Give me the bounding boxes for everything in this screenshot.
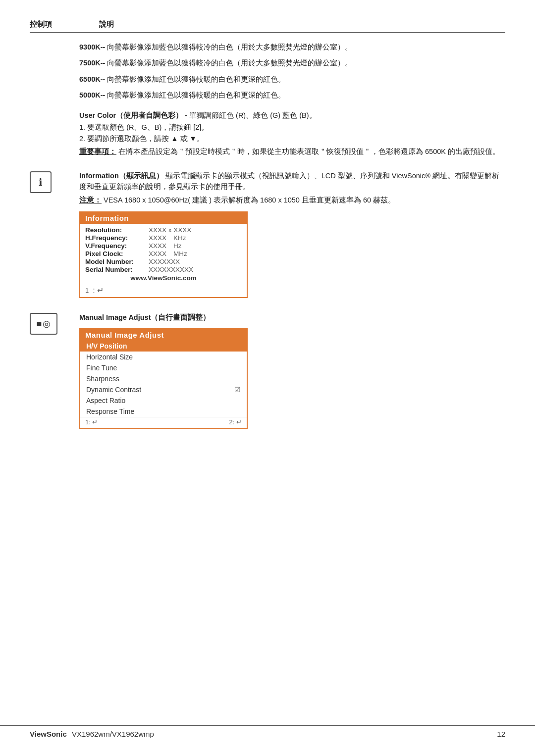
mia-box-footer: 1: ↵ 2: ↵ — [80, 417, 247, 428]
mia-label-finetune: Fine Tune — [86, 364, 117, 372]
label-7500k: 7500K-- — [79, 59, 105, 67]
info-footer-num: 1 — [85, 287, 89, 294]
mia-row-hsize[interactable]: Horizontal Size — [80, 352, 247, 362]
entry-9300k: 9300K-- 向螢幕影像添加藍色以獲得較冷的白色（用於大多數照焚光燈的辦公室）… — [30, 42, 505, 52]
mia-icon: ■ ◎ — [30, 313, 57, 335]
info-box-table: Resolution: XXXX x XXXX H.Frequency: XXX… — [80, 224, 247, 285]
info-box-footer: 1 : ↵ — [80, 285, 247, 297]
mia-box: Manual Image Adjust H/V Position Horizon… — [79, 328, 248, 429]
entry-5000k: 5000K-- 向螢幕影像添加紅色以獲得較暖的白色和更深的紅色。 — [30, 90, 505, 101]
mia-label-responsetime: Response Time — [86, 407, 134, 415]
mia-label-aspectratio: Aspect Ratio — [86, 397, 125, 404]
header-controls: 控制項 — [30, 20, 69, 29]
entry-6500k: 6500K-- 向螢幕影像添加紅色以獲得較暖的白色和更深的紅色。 — [30, 74, 505, 85]
info-title: Information（顯示訊息） — [79, 172, 163, 180]
footer-brand: ViewSonic VX1962wm/VX1962wmp — [30, 730, 154, 738]
info-row-model: Model Number: XXXXXXX — [85, 258, 242, 265]
desc-7500k: 向螢幕影像添加藍色以獲得較冷的白色（用於大多數照焚光燈的辦公室）。 — [107, 59, 352, 67]
user-color-text: User Color（使用者自調色彩） - 單獨調節紅色 (R)、綠色 (G) … — [79, 110, 505, 157]
desc-5000k: 向螢幕影像添加紅色以獲得較暖的白色和更深的紅色。 — [107, 91, 285, 99]
mia-title: Manual Image Adjust（自行畫面調整） — [79, 313, 210, 321]
table-header: 控制項 說明 — [30, 20, 505, 33]
label-6500k: 6500K-- — [79, 75, 105, 83]
info-note-label: 注意： — [79, 196, 102, 204]
desc-6500k: 向螢幕影像添加紅色以獲得較暖的白色和更深的紅色。 — [107, 75, 285, 83]
entry-6500k-text: 6500K-- 向螢幕影像添加紅色以獲得較暖的白色和更深的紅色。 — [79, 74, 505, 85]
mia-row-aspectratio[interactable]: Aspect Ratio — [80, 395, 247, 406]
info-row-hfreq: H.Frequency: XXXX KHz — [85, 234, 242, 242]
info-row-vfreq: V.Frequency: XXXX Hz — [85, 242, 242, 250]
entry-user-color: User Color（使用者自調色彩） - 單獨調節紅色 (R)、綠色 (G) … — [30, 110, 505, 157]
info-row-resolution: Resolution: XXXX x XXXX — [85, 226, 242, 234]
page-footer: ViewSonic VX1962wm/VX1962wmp 12 — [0, 725, 535, 738]
footer-brand-name: ViewSonic — [30, 730, 67, 738]
mia-text: Manual Image Adjust（自行畫面調整） Manual Image… — [79, 312, 505, 428]
information-text: Information（顯示訊息） 顯示電腦顯示卡的顯示模式（視訊訊號輸入）、L… — [79, 170, 505, 298]
user-color-step2: 2. 要調節所選取顏色，請按 ▲ 或 ▼。 — [79, 135, 204, 143]
mia-footer-left: 1: ↵ — [85, 418, 98, 426]
desc-9300k: 向螢幕影像添加藍色以獲得較冷的白色（用於大多數照焚光燈的辦公室）。 — [107, 43, 352, 51]
mia-row-finetune[interactable]: Fine Tune — [80, 362, 247, 373]
label-9300k: 9300K-- — [79, 43, 105, 51]
entry-mia: ■ ◎ Manual Image Adjust（自行畫面調整） Manual I… — [30, 312, 505, 428]
mia-label-hsize: Horizontal Size — [86, 353, 133, 361]
entry-5000k-text: 5000K-- 向螢幕影像添加紅色以獲得較暖的白色和更深的紅色。 — [79, 90, 505, 101]
mia-row-sharpness[interactable]: Sharpness — [80, 373, 247, 384]
info-box-header: Information — [80, 212, 247, 224]
info-icon: ℹ — [30, 171, 52, 193]
mia-label-sharpness: Sharpness — [86, 375, 119, 383]
content-area: 9300K-- 向螢幕影像添加藍色以獲得較冷的白色（用於大多數照焚光燈的辦公室）… — [30, 42, 505, 434]
info-footer-sym: : ↵ — [93, 286, 104, 295]
footer-model: VX1962wm/VX1962wmp — [72, 730, 154, 738]
mia-box-header: Manual Image Adjust — [80, 329, 247, 341]
info-note-body: VESA 1680 x 1050@60Hz( 建議 ) 表示解析度為 1680 … — [104, 196, 395, 204]
information-box: Information Resolution: XXXX x XXXX H.Fr… — [79, 211, 248, 298]
info-website: www.ViewSonic.com — [85, 274, 242, 282]
mia-row-responsetime[interactable]: Response Time — [80, 406, 247, 417]
entry-information: ℹ Information（顯示訊息） 顯示電腦顯示卡的顯示模式（視訊訊號輸入）… — [30, 170, 505, 298]
user-color-desc: 單獨調節紅色 (R)、綠色 (G) 藍色 (B)。 — [189, 111, 317, 119]
entry-7500k-text: 7500K-- 向螢幕影像添加藍色以獲得較冷的白色（用於大多數照焚光燈的辦公室）… — [79, 57, 505, 68]
mia-row-dyncontrast[interactable]: Dynamic Contrast ☑ — [80, 384, 247, 395]
label-5000k: 5000K-- — [79, 91, 105, 99]
user-color-dash: - — [183, 111, 189, 119]
user-color-note-label: 重要事項： — [79, 148, 116, 155]
header-description: 說明 — [99, 20, 114, 29]
entry-7500k: 7500K-- 向螢幕影像添加藍色以獲得較冷的白色（用於大多數照焚光燈的辦公室）… — [30, 57, 505, 68]
user-color-step1: 1. 要選取顏色 (R、G、B)，請按鈕 [2]。 — [79, 123, 209, 131]
user-color-title: User Color（使用者自調色彩） — [79, 111, 183, 119]
mia-label-dyncontrast: Dynamic Contrast — [86, 386, 141, 394]
mia-label-hv: H/V Position — [86, 342, 127, 350]
mia-row-hv[interactable]: H/V Position — [80, 341, 247, 352]
dynamic-contrast-checkbox[interactable]: ☑ — [234, 386, 241, 394]
info-row-serial: Serial Number: XXXXXXXXXX — [85, 266, 242, 273]
mia-footer-right: 2: ↵ — [229, 418, 242, 426]
user-color-note-body: 在將本產品設定為＂預設定時模式＂時，如果從主功能表選取＂恢復預設值＂，色彩將還原… — [118, 148, 500, 155]
footer-page-number: 12 — [497, 730, 505, 738]
info-row-pixel: Pixel Clock: XXXX MHz — [85, 250, 242, 257]
entry-9300k-text: 9300K-- 向螢幕影像添加藍色以獲得較冷的白色（用於大多數照焚光燈的辦公室）… — [79, 42, 505, 52]
